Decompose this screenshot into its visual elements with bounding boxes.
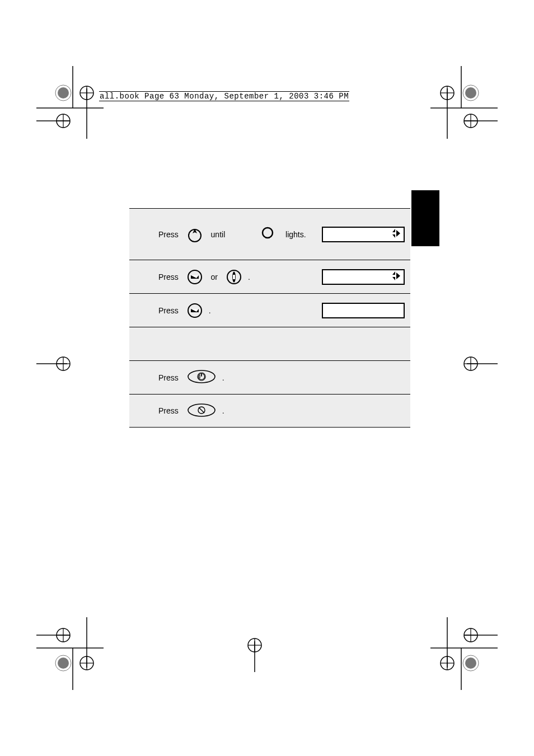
svg-point-13 (463, 85, 479, 101)
step-row-2: 2 Press or . (129, 260, 410, 293)
svg-marker-66 (392, 229, 395, 232)
svg-marker-68 (396, 230, 400, 237)
menu-icon (186, 302, 203, 319)
func-power-icon (186, 226, 203, 243)
svg-point-39 (463, 655, 479, 671)
data-icon (226, 269, 242, 285)
side-index-tab (411, 190, 439, 246)
svg-marker-72 (392, 271, 395, 275)
steps-table: 1 Press until lights. (129, 208, 410, 428)
display-field (322, 269, 405, 285)
svg-point-4 (80, 86, 93, 100)
updown-arrows-icon (389, 270, 401, 284)
svg-point-65 (263, 228, 273, 238)
svg-marker-73 (392, 277, 395, 280)
svg-point-22 (464, 114, 477, 128)
crop-mark-top-left (36, 66, 104, 139)
step-instruction: Press . (158, 302, 322, 319)
svg-marker-67 (392, 234, 395, 238)
menu-icon (186, 269, 203, 285)
stop-key-icon (186, 403, 217, 419)
step-number: 3 (134, 303, 148, 318)
step-number: 4 (134, 337, 148, 351)
crop-mark-bottom-left (36, 617, 104, 690)
led-dot-icon (261, 226, 278, 243)
svg-rect-71 (233, 275, 235, 279)
crop-mark-top-right (430, 66, 498, 139)
svg-point-40 (465, 658, 476, 669)
header-file-path-text: all.book Page 63 Monday, September 1, 20… (99, 91, 349, 101)
svg-point-53 (57, 357, 70, 370)
step-instruction: Press . (158, 403, 405, 419)
updown-arrows-icon (389, 227, 401, 241)
svg-point-61 (248, 638, 261, 652)
step-row-3: 3 Press . (129, 293, 410, 327)
display-field (322, 303, 405, 318)
crop-mark-bottom-right (430, 617, 498, 690)
crop-mark-mid-bottom (241, 633, 269, 672)
svg-point-43 (441, 656, 454, 670)
svg-point-1 (58, 87, 69, 98)
step-instruction: Press or . (158, 269, 322, 285)
svg-point-0 (55, 85, 71, 101)
svg-point-30 (80, 656, 93, 670)
crop-mark-mid-left (36, 350, 76, 378)
start-key-icon (186, 369, 217, 386)
step-row-4: 4 (129, 327, 410, 360)
svg-line-81 (199, 407, 204, 413)
step-instruction: Press until lights. (158, 226, 322, 243)
crop-mark-mid-right (458, 350, 498, 378)
svg-marker-74 (396, 273, 400, 279)
step-instruction: Press . (158, 369, 405, 386)
svg-point-14 (465, 87, 476, 98)
step-row-1: 1 Press until lights. (129, 208, 410, 260)
svg-point-27 (58, 658, 69, 669)
svg-point-57 (464, 357, 477, 370)
step-row-6: 6 Press . (129, 394, 410, 428)
step-number: 5 (134, 370, 148, 385)
step-row-5: 5 Press . (129, 360, 410, 394)
display-field (322, 227, 405, 242)
header-file-path: all.book Page 63 Monday, September 1, 20… (99, 91, 349, 101)
svg-point-48 (464, 628, 477, 642)
svg-point-35 (57, 628, 70, 642)
step-number: 6 (134, 403, 148, 418)
svg-point-17 (441, 86, 454, 100)
step-number: 2 (134, 270, 148, 284)
step-number: 1 (134, 227, 148, 242)
svg-point-26 (55, 655, 71, 671)
svg-point-9 (57, 114, 70, 128)
